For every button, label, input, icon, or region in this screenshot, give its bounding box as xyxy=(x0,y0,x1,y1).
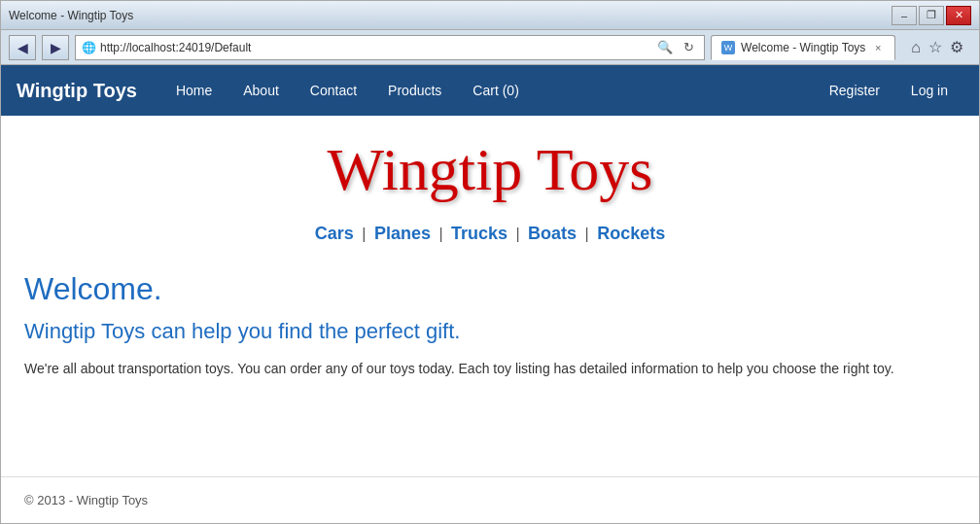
site-brand: Wingtip Toys xyxy=(17,80,137,102)
settings-icon[interactable]: ⚙ xyxy=(950,38,963,56)
minimize-button[interactable]: – xyxy=(892,6,917,25)
title-bar: Welcome - Wingtip Toys – ❐ ✕ xyxy=(1,1,979,30)
site-nav: Wingtip Toys Home About Contact Products… xyxy=(1,65,979,116)
nav-register[interactable]: Register xyxy=(814,69,895,112)
toolbar-icons: ⌂ ☆ ⚙ xyxy=(903,38,971,56)
close-button[interactable]: ✕ xyxy=(946,6,971,25)
site-title-area: Wingtip Toys xyxy=(24,135,956,204)
category-rockets[interactable]: Rockets xyxy=(597,224,665,243)
separator-1: | xyxy=(362,226,366,242)
separator-2: | xyxy=(438,226,442,242)
category-links: Cars | Planes | Trucks | Boats | Rockets xyxy=(24,224,956,244)
main-content: Wingtip Toys Cars | Planes | Trucks | Bo… xyxy=(1,116,979,476)
category-planes[interactable]: Planes xyxy=(374,224,431,243)
welcome-description: We're all about transportation toys. You… xyxy=(24,358,956,379)
site-title: Wingtip Toys xyxy=(328,135,653,204)
footer-text: © 2013 - Wingtip Toys xyxy=(24,493,148,507)
nav-links: Home About Contact Products Cart (0) xyxy=(160,69,814,112)
address-bar: ◀ ▶ 🌐 🔍 ↻ W Welcome - Wingtip Toys × ⌂ ☆… xyxy=(1,30,979,65)
welcome-subheading: Wingtip Toys can help you find the perfe… xyxy=(24,319,956,344)
browser-window: Welcome - Wingtip Toys – ❐ ✕ ◀ ▶ 🌐 🔍 ↻ W… xyxy=(0,0,980,524)
title-bar-left: Welcome - Wingtip Toys xyxy=(9,9,133,22)
window-title: Welcome - Wingtip Toys xyxy=(9,9,133,22)
nav-products[interactable]: Products xyxy=(372,69,457,112)
home-icon[interactable]: ⌂ xyxy=(911,39,921,56)
page-footer: © 2013 - Wingtip Toys xyxy=(1,476,979,523)
address-icon: 🌐 xyxy=(82,41,96,54)
address-input-wrapper: 🌐 🔍 ↻ xyxy=(75,35,705,60)
window-controls: – ❐ ✕ xyxy=(892,6,971,25)
address-input[interactable] xyxy=(100,41,651,54)
nav-contact[interactable]: Contact xyxy=(295,69,372,112)
category-trucks[interactable]: Trucks xyxy=(451,224,508,243)
search-icon[interactable]: 🔍 xyxy=(655,38,675,57)
nav-home[interactable]: Home xyxy=(160,69,228,112)
forward-button[interactable]: ▶ xyxy=(42,35,69,60)
separator-4: | xyxy=(585,226,589,242)
address-right-icons: 🔍 ↻ xyxy=(655,38,698,57)
separator-3: | xyxy=(515,226,519,242)
category-boats[interactable]: Boats xyxy=(528,224,577,243)
tab-close-button[interactable]: × xyxy=(871,41,885,54)
tab-label: Welcome - Wingtip Toys xyxy=(741,41,865,54)
active-tab[interactable]: W Welcome - Wingtip Toys × xyxy=(711,35,895,60)
favorites-icon[interactable]: ☆ xyxy=(928,38,942,56)
tab-favicon: W xyxy=(721,41,735,54)
back-button[interactable]: ◀ xyxy=(9,35,36,60)
nav-about[interactable]: About xyxy=(228,69,295,112)
welcome-heading: Welcome. xyxy=(24,271,956,307)
restore-button[interactable]: ❐ xyxy=(919,6,944,25)
category-cars[interactable]: Cars xyxy=(315,224,354,243)
nav-cart[interactable]: Cart (0) xyxy=(457,69,534,112)
nav-right: Register Log in xyxy=(814,69,963,112)
refresh-icon[interactable]: ↻ xyxy=(679,38,698,57)
page-content: Wingtip Toys Home About Contact Products… xyxy=(1,65,979,523)
nav-login[interactable]: Log in xyxy=(895,69,963,112)
